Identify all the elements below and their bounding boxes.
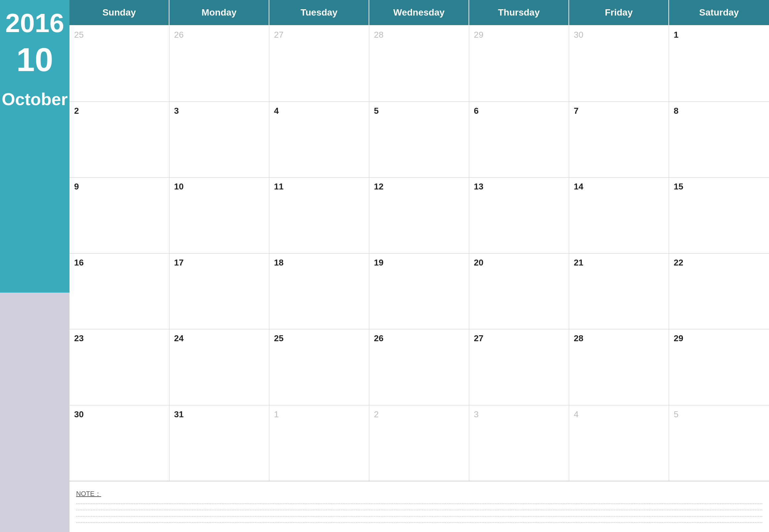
calendar-cell[interactable]: 10	[169, 178, 269, 254]
calendar-cell[interactable]: 26	[169, 26, 269, 102]
day-header-thursday: Thursday	[469, 0, 569, 26]
calendar-grid: 2526272829301234567891011121314151617181…	[69, 26, 769, 481]
cell-date: 26	[374, 333, 384, 343]
calendar-cell[interactable]: 1	[269, 405, 369, 481]
cell-date: 3	[474, 409, 478, 419]
cell-date: 1	[274, 409, 279, 419]
sidebar: 2016 10 October	[0, 0, 69, 532]
cell-date: 22	[674, 258, 683, 267]
calendar-cell[interactable]: 17	[169, 254, 269, 330]
calendar-cell[interactable]: 13	[469, 178, 569, 254]
cell-date: 30	[74, 409, 84, 419]
cell-date: 25	[274, 333, 284, 343]
cell-date: 13	[474, 182, 483, 191]
calendar-cell[interactable]: 12	[369, 178, 469, 254]
cell-date: 24	[174, 333, 183, 343]
days-header: SundayMondayTuesdayWednesdayThursdayFrid…	[69, 0, 769, 26]
calendar-cell[interactable]: 2	[369, 405, 469, 481]
sidebar-month-name: October	[2, 89, 67, 109]
cell-date: 19	[374, 258, 384, 267]
cell-date: 27	[474, 333, 483, 343]
calendar-cell[interactable]: 11	[269, 178, 369, 254]
calendar-cell[interactable]: 28	[569, 329, 669, 405]
cell-date: 5	[674, 409, 678, 419]
cell-date: 29	[474, 30, 483, 40]
calendar-cell[interactable]: 6	[469, 102, 569, 178]
cell-date: 2	[74, 106, 79, 116]
calendar-cell[interactable]: 21	[569, 254, 669, 330]
calendar-cell[interactable]: 27	[469, 329, 569, 405]
calendar-cell[interactable]: 1	[669, 26, 769, 102]
calendar-cell[interactable]: 25	[69, 26, 169, 102]
cell-date: 21	[574, 258, 584, 267]
cell-date: 28	[374, 30, 384, 40]
cell-date: 2	[374, 409, 379, 419]
day-header-saturday: Saturday	[669, 0, 769, 26]
calendar-cell[interactable]: 5	[669, 405, 769, 481]
calendar-cell[interactable]: 9	[69, 178, 169, 254]
cell-date: 11	[274, 182, 284, 191]
notes-line	[76, 504, 762, 504]
main-content: SundayMondayTuesdayWednesdayThursdayFrid…	[69, 0, 769, 532]
calendar-cell[interactable]: 3	[469, 405, 569, 481]
cell-date: 1	[674, 30, 678, 40]
cell-date: 28	[574, 333, 584, 343]
day-header-sunday: Sunday	[69, 0, 169, 26]
calendar-cell[interactable]: 8	[669, 102, 769, 178]
cell-date: 29	[674, 333, 683, 343]
calendar-cell[interactable]: 4	[569, 405, 669, 481]
cell-date: 23	[74, 333, 84, 343]
cell-date: 30	[574, 30, 584, 40]
day-header-monday: Monday	[169, 0, 269, 26]
cell-date: 31	[174, 409, 183, 419]
calendar-cell[interactable]: 5	[369, 102, 469, 178]
day-header-tuesday: Tuesday	[269, 0, 369, 26]
cell-date: 17	[174, 258, 183, 267]
calendar-cell[interactable]: 19	[369, 254, 469, 330]
cell-date: 15	[674, 182, 683, 191]
calendar-cell[interactable]: 20	[469, 254, 569, 330]
cell-date: 8	[674, 106, 678, 116]
cell-date: 3	[174, 106, 179, 116]
calendar-cell[interactable]: 14	[569, 178, 669, 254]
calendar-cell[interactable]: 28	[369, 26, 469, 102]
cell-date: 12	[374, 182, 384, 191]
calendar-cell[interactable]: 23	[69, 329, 169, 405]
notes-section: NOTE：	[69, 481, 769, 532]
calendar-wrapper: 2016 10 October SundayMondayTuesdayWedne…	[0, 0, 769, 532]
notes-label: NOTE：	[76, 489, 762, 498]
day-header-friday: Friday	[569, 0, 669, 26]
cell-date: 26	[174, 30, 183, 40]
notes-line	[76, 522, 762, 523]
calendar-cell[interactable]: 29	[469, 26, 569, 102]
calendar-cell[interactable]: 31	[169, 405, 269, 481]
cell-date: 9	[74, 182, 79, 191]
calendar-cell[interactable]: 25	[269, 329, 369, 405]
calendar-cell[interactable]: 22	[669, 254, 769, 330]
calendar-cell[interactable]: 27	[269, 26, 369, 102]
cell-date: 14	[574, 182, 584, 191]
cell-date: 7	[574, 106, 579, 116]
cell-date: 10	[174, 182, 183, 191]
calendar-cell[interactable]: 29	[669, 329, 769, 405]
calendar-cell[interactable]: 7	[569, 102, 669, 178]
calendar-cell[interactable]: 26	[369, 329, 469, 405]
cell-date: 16	[74, 258, 84, 267]
cell-date: 25	[74, 30, 84, 40]
cell-date: 27	[274, 30, 284, 40]
calendar-cell[interactable]: 30	[69, 405, 169, 481]
calendar-cell[interactable]: 18	[269, 254, 369, 330]
calendar-cell[interactable]: 4	[269, 102, 369, 178]
day-header-wednesday: Wednesday	[369, 0, 469, 26]
cell-date: 4	[274, 106, 279, 116]
cell-date: 4	[574, 409, 579, 419]
notes-line	[76, 510, 762, 510]
calendar-cell[interactable]: 24	[169, 329, 269, 405]
calendar-cell[interactable]: 3	[169, 102, 269, 178]
sidebar-year: 2016	[5, 10, 64, 36]
calendar-cell[interactable]: 2	[69, 102, 169, 178]
calendar-cell[interactable]: 30	[569, 26, 669, 102]
cell-date: 20	[474, 258, 483, 267]
calendar-cell[interactable]: 15	[669, 178, 769, 254]
calendar-cell[interactable]: 16	[69, 254, 169, 330]
